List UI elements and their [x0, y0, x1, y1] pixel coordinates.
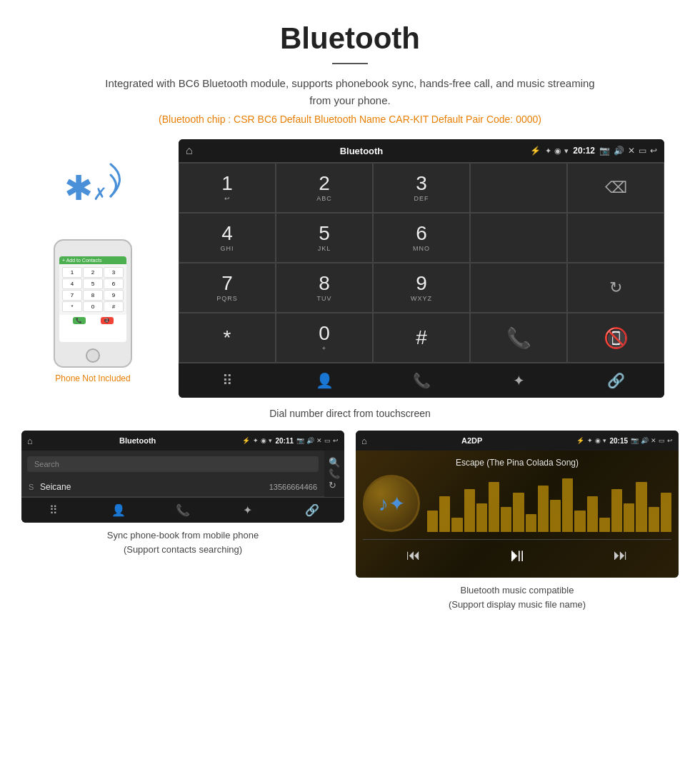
- pb-nav-contacts[interactable]: 👤: [86, 498, 150, 523]
- pb-contact-number: 13566664466: [269, 483, 317, 491]
- phone-mini-bottom: 📞 📵: [59, 315, 126, 326]
- page-header: Bluetooth Integrated with BC6 Bluetooth …: [0, 0, 700, 139]
- dial-key-6[interactable]: 6 MNO: [373, 213, 470, 263]
- viz-bar: [427, 511, 438, 532]
- dial-key-4[interactable]: 4 GHI: [179, 213, 276, 263]
- dial-sub-1: ↩: [224, 195, 231, 202]
- music-screen-wrapper: ⌂ A2DP ⚡ ✦ ◉ ▾ 20:15 📷 🔊 ✕ ▭ ↩: [356, 431, 679, 611]
- dial-key-0[interactable]: 0 +: [276, 313, 373, 363]
- viz-bar: [451, 518, 462, 532]
- pb-status-icons: ✦ ◉ ▾: [253, 437, 272, 444]
- backspace-icon: ⌫: [605, 179, 627, 197]
- viz-bar: [661, 493, 671, 532]
- dial-num-7: 7: [221, 273, 233, 293]
- statusbar-time: 20:12: [573, 146, 595, 156]
- dial-num-1: 1: [221, 174, 233, 194]
- music-play-button[interactable]: ⏯: [508, 544, 526, 566]
- wifi-waves-icon: ✗: [89, 161, 125, 210]
- pb-main-content: Search S Seicane 13566664466: [21, 451, 324, 497]
- bottom-screens: ⌂ Bluetooth ⚡ ✦ ◉ ▾ 20:11 📷 🔊 ✕ ▭ ↩: [0, 431, 700, 611]
- viz-bar: [550, 500, 561, 532]
- phonebook-caption: Sync phone-book from mobile phone(Suppor…: [107, 528, 259, 556]
- dial-key-backspace[interactable]: ⌫: [567, 163, 664, 213]
- music-next-button[interactable]: ⏭: [614, 547, 628, 563]
- mini-key-7: 7: [62, 290, 82, 301]
- nav-link-icon[interactable]: 🔗: [567, 363, 664, 398]
- dial-key-3[interactable]: 3 DEF: [373, 163, 470, 213]
- phone-screen-header: + Add to Contacts: [59, 256, 126, 264]
- mini-key-5: 5: [83, 278, 103, 289]
- mini-key-1: 1: [62, 267, 82, 278]
- pb-bt-icon: ✦: [253, 437, 259, 444]
- pb-call-icon[interactable]: 📞: [329, 468, 340, 479]
- pb-nav-dialpad[interactable]: ⠿: [21, 498, 86, 523]
- nav-phone-icon[interactable]: 📞: [373, 363, 470, 398]
- music-visualizer: [427, 475, 671, 532]
- phonebook-screen-wrapper: ⌂ Bluetooth ⚡ ✦ ◉ ▾ 20:11 📷 🔊 ✕ ▭ ↩: [21, 431, 344, 611]
- dial-key-8[interactable]: 8 TUV: [276, 263, 373, 313]
- music-home-icon: ⌂: [361, 436, 367, 446]
- nav-contacts-icon[interactable]: 👤: [276, 363, 373, 398]
- viz-bar: [464, 489, 475, 532]
- dial-key-2[interactable]: 2 ABC: [276, 163, 373, 213]
- music-prev-button[interactable]: ⏮: [406, 547, 421, 563]
- pb-nav-phone[interactable]: 📞: [151, 498, 215, 523]
- viz-bar: [636, 482, 646, 532]
- dial-key-hash[interactable]: #: [373, 313, 470, 363]
- music-camera-icon: 📷: [631, 437, 639, 444]
- statusbar-volume-icon: 🔊: [614, 146, 624, 156]
- phone-illustration: ✱ ✗ + Add to Contacts 1 2 3 4 5: [21, 139, 164, 383]
- dial-key-7[interactable]: 7 PQRS: [179, 263, 276, 313]
- music-right-icons: 📷 🔊 ✕ ▭ ↩: [631, 437, 673, 444]
- nav-bluetooth-icon[interactable]: ✦: [470, 363, 567, 398]
- viz-bar: [501, 507, 511, 532]
- nav-dialpad-icon[interactable]: ⠿: [179, 363, 276, 398]
- pb-search-bar[interactable]: Search: [27, 456, 319, 472]
- viz-bar: [476, 503, 487, 532]
- dial-num-6: 6: [416, 223, 427, 243]
- dial-key-empty-3: [567, 213, 664, 263]
- dial-key-star[interactable]: *: [179, 313, 276, 363]
- music-title: A2DP: [370, 436, 574, 445]
- pb-search-icon[interactable]: 🔍: [329, 457, 340, 468]
- music-loc-icon: ◉: [595, 437, 601, 444]
- phone-screen: + Add to Contacts 1 2 3 4 5 6 7 8 9 * 0 …: [59, 256, 126, 342]
- music-window-icon: ▭: [659, 437, 665, 444]
- dial-key-1[interactable]: 1 ↩: [179, 163, 276, 213]
- music-note-icon: ♪✦: [379, 492, 405, 516]
- dial-key-empty-1: [470, 163, 567, 213]
- music-caption: Bluetooth music compatible(Support displ…: [449, 583, 586, 611]
- statusbar-camera-icon: 📷: [599, 146, 610, 156]
- viz-bar: [489, 482, 499, 532]
- dial-key-end[interactable]: 📵: [567, 313, 664, 363]
- music-volume-icon: 🔊: [641, 437, 649, 444]
- dial-android-screen: ⌂ Bluetooth ⚡ ✦ ◉ ▾ 20:12 📷 🔊 ✕ ▭ ↩ 1 ↩: [179, 139, 664, 398]
- pb-nav-link[interactable]: 🔗: [280, 498, 344, 523]
- pb-side-actions: 🔍 📞 ↻: [324, 451, 344, 497]
- mini-key-2: 2: [83, 267, 103, 278]
- dial-num-9: 9: [416, 273, 427, 293]
- pb-nav-bluetooth[interactable]: ✦: [215, 498, 279, 523]
- dial-num-2: 2: [319, 174, 330, 194]
- pb-contact-row[interactable]: S Seicane 13566664466: [21, 478, 324, 497]
- page-description: Integrated with BC6 Bluetooth module, su…: [100, 75, 600, 109]
- dial-key-redial[interactable]: ↻: [567, 263, 664, 313]
- pb-volume-icon: 🔊: [306, 437, 314, 444]
- call-icon: 📞: [506, 326, 531, 350]
- phonebook-android-screen: ⌂ Bluetooth ⚡ ✦ ◉ ▾ 20:11 📷 🔊 ✕ ▭ ↩: [21, 431, 344, 523]
- dial-key-5[interactable]: 5 JKL: [276, 213, 373, 263]
- dial-key-9[interactable]: 9 WXYZ: [373, 263, 470, 313]
- viz-bar: [538, 486, 549, 532]
- viz-bar: [574, 511, 585, 532]
- dial-key-call[interactable]: 📞: [470, 313, 567, 363]
- dial-num-0: 0: [319, 323, 330, 343]
- mini-key-0: 0: [83, 301, 103, 312]
- pb-refresh-icon[interactable]: ↻: [329, 480, 340, 491]
- dial-num-hash: #: [416, 328, 427, 348]
- music-back-icon: ↩: [667, 437, 673, 444]
- music-content: Escape (The Pina Colada Song) ♪✦ ⏮ ⏯ ⏭: [356, 451, 679, 578]
- dial-sub-4: GHI: [220, 245, 234, 252]
- pb-time: 20:11: [275, 437, 294, 445]
- dial-sub-7: PQRS: [216, 295, 238, 302]
- viz-bar: [599, 518, 610, 532]
